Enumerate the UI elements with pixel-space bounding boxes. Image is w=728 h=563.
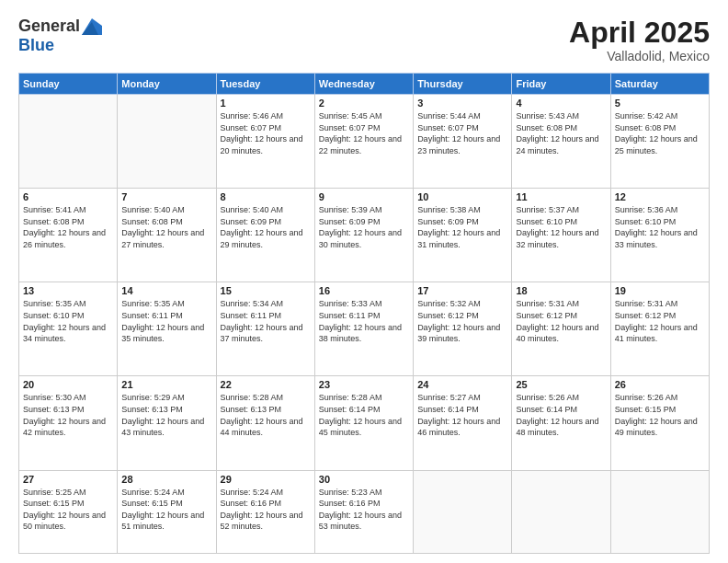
logo-icon [82, 18, 102, 35]
day-number: 22 [221, 379, 311, 390]
day-number: 11 [516, 191, 606, 202]
calendar-cell: 15Sunrise: 5:34 AM Sunset: 6:11 PM Dayli… [216, 282, 314, 376]
calendar-cell: 2Sunrise: 5:45 AM Sunset: 6:07 PM Daylig… [314, 95, 413, 189]
day-info: Sunrise: 5:36 AM Sunset: 6:10 PM Dayligh… [615, 204, 705, 250]
day-number: 8 [221, 191, 311, 202]
calendar-cell [610, 470, 709, 554]
calendar-cell: 19Sunrise: 5:31 AM Sunset: 6:12 PM Dayli… [610, 282, 709, 376]
calendar-cell: 24Sunrise: 5:27 AM Sunset: 6:14 PM Dayli… [414, 376, 512, 470]
calendar-cell: 28Sunrise: 5:24 AM Sunset: 6:15 PM Dayli… [118, 470, 216, 554]
calendar-cell: 22Sunrise: 5:28 AM Sunset: 6:13 PM Dayli… [216, 376, 314, 470]
logo-general-text: General [18, 17, 80, 36]
day-info: Sunrise: 5:26 AM Sunset: 6:15 PM Dayligh… [615, 392, 705, 438]
weekday-header-friday: Friday [512, 74, 610, 95]
day-info: Sunrise: 5:23 AM Sunset: 6:16 PM Dayligh… [319, 487, 409, 533]
day-number: 10 [417, 191, 507, 202]
day-number: 12 [615, 191, 705, 202]
day-info: Sunrise: 5:30 AM Sunset: 6:13 PM Dayligh… [23, 392, 113, 438]
calendar-cell: 11Sunrise: 5:37 AM Sunset: 6:10 PM Dayli… [512, 189, 610, 282]
day-info: Sunrise: 5:31 AM Sunset: 6:12 PM Dayligh… [615, 298, 705, 344]
weekday-header-thursday: Thursday [414, 74, 512, 95]
calendar-table: SundayMondayTuesdayWednesdayThursdayFrid… [18, 73, 710, 554]
calendar-cell: 8Sunrise: 5:40 AM Sunset: 6:09 PM Daylig… [216, 189, 314, 282]
header: General Blue April 2025 Valladolid, Mexi… [18, 17, 710, 63]
day-number: 30 [319, 474, 409, 485]
day-info: Sunrise: 5:33 AM Sunset: 6:11 PM Dayligh… [319, 298, 409, 344]
weekday-header-tuesday: Tuesday [216, 74, 314, 95]
calendar-cell: 25Sunrise: 5:26 AM Sunset: 6:14 PM Dayli… [512, 376, 610, 470]
day-number: 14 [121, 285, 211, 296]
calendar-cell: 27Sunrise: 5:25 AM Sunset: 6:15 PM Dayli… [19, 470, 118, 554]
calendar-cell [414, 470, 512, 554]
weekday-header-wednesday: Wednesday [314, 74, 413, 95]
day-info: Sunrise: 5:43 AM Sunset: 6:08 PM Dayligh… [516, 110, 606, 156]
day-info: Sunrise: 5:46 AM Sunset: 6:07 PM Dayligh… [221, 110, 311, 156]
day-info: Sunrise: 5:29 AM Sunset: 6:13 PM Dayligh… [121, 392, 211, 438]
day-number: 20 [23, 379, 113, 390]
calendar-cell: 13Sunrise: 5:35 AM Sunset: 6:10 PM Dayli… [19, 282, 118, 376]
day-number: 17 [417, 285, 507, 296]
day-number: 25 [516, 379, 606, 390]
logo-blue-text: Blue [18, 36, 54, 55]
day-info: Sunrise: 5:38 AM Sunset: 6:09 PM Dayligh… [417, 204, 507, 250]
day-info: Sunrise: 5:35 AM Sunset: 6:11 PM Dayligh… [121, 298, 211, 344]
calendar-cell: 26Sunrise: 5:26 AM Sunset: 6:15 PM Dayli… [610, 376, 709, 470]
day-number: 9 [319, 191, 409, 202]
calendar-cell: 9Sunrise: 5:39 AM Sunset: 6:09 PM Daylig… [314, 189, 413, 282]
calendar-cell: 1Sunrise: 5:46 AM Sunset: 6:07 PM Daylig… [216, 95, 314, 189]
calendar-cell: 18Sunrise: 5:31 AM Sunset: 6:12 PM Dayli… [512, 282, 610, 376]
day-info: Sunrise: 5:42 AM Sunset: 6:08 PM Dayligh… [615, 110, 705, 156]
day-info: Sunrise: 5:44 AM Sunset: 6:07 PM Dayligh… [417, 110, 507, 156]
day-info: Sunrise: 5:37 AM Sunset: 6:10 PM Dayligh… [516, 204, 606, 250]
day-number: 7 [121, 191, 211, 202]
day-number: 29 [221, 474, 311, 485]
calendar-cell: 14Sunrise: 5:35 AM Sunset: 6:11 PM Dayli… [118, 282, 216, 376]
week-row-2: 6Sunrise: 5:41 AM Sunset: 6:08 PM Daylig… [19, 189, 710, 282]
logo: General Blue [18, 17, 102, 55]
location: Valladolid, Mexico [569, 49, 710, 63]
day-info: Sunrise: 5:24 AM Sunset: 6:16 PM Dayligh… [221, 487, 311, 533]
day-info: Sunrise: 5:25 AM Sunset: 6:15 PM Dayligh… [23, 487, 113, 533]
day-number: 18 [516, 285, 606, 296]
day-info: Sunrise: 5:24 AM Sunset: 6:15 PM Dayligh… [121, 487, 211, 533]
calendar-cell: 23Sunrise: 5:28 AM Sunset: 6:14 PM Dayli… [314, 376, 413, 470]
calendar-cell: 20Sunrise: 5:30 AM Sunset: 6:13 PM Dayli… [19, 376, 118, 470]
day-info: Sunrise: 5:27 AM Sunset: 6:14 PM Dayligh… [417, 392, 507, 438]
week-row-4: 20Sunrise: 5:30 AM Sunset: 6:13 PM Dayli… [19, 376, 710, 470]
calendar-cell: 16Sunrise: 5:33 AM Sunset: 6:11 PM Dayli… [314, 282, 413, 376]
calendar-cell: 3Sunrise: 5:44 AM Sunset: 6:07 PM Daylig… [414, 95, 512, 189]
day-number: 27 [23, 474, 113, 485]
day-number: 21 [121, 379, 211, 390]
day-number: 26 [615, 379, 705, 390]
day-number: 15 [221, 285, 311, 296]
month-title: April 2025 [569, 17, 710, 49]
calendar-cell [19, 95, 118, 189]
day-number: 5 [615, 98, 705, 109]
calendar-cell: 21Sunrise: 5:29 AM Sunset: 6:13 PM Dayli… [118, 376, 216, 470]
day-info: Sunrise: 5:40 AM Sunset: 6:08 PM Dayligh… [121, 204, 211, 250]
day-number: 13 [23, 285, 113, 296]
day-info: Sunrise: 5:28 AM Sunset: 6:14 PM Dayligh… [319, 392, 409, 438]
day-info: Sunrise: 5:41 AM Sunset: 6:08 PM Dayligh… [23, 204, 113, 250]
calendar-cell: 29Sunrise: 5:24 AM Sunset: 6:16 PM Dayli… [216, 470, 314, 554]
week-row-3: 13Sunrise: 5:35 AM Sunset: 6:10 PM Dayli… [19, 282, 710, 376]
calendar-cell [118, 95, 216, 189]
day-info: Sunrise: 5:28 AM Sunset: 6:13 PM Dayligh… [221, 392, 311, 438]
day-number: 1 [221, 98, 311, 109]
day-info: Sunrise: 5:34 AM Sunset: 6:11 PM Dayligh… [221, 298, 311, 344]
day-number: 23 [319, 379, 409, 390]
day-number: 19 [615, 285, 705, 296]
day-number: 28 [121, 474, 211, 485]
day-info: Sunrise: 5:45 AM Sunset: 6:07 PM Dayligh… [319, 110, 409, 156]
day-info: Sunrise: 5:31 AM Sunset: 6:12 PM Dayligh… [516, 298, 606, 344]
calendar-cell: 30Sunrise: 5:23 AM Sunset: 6:16 PM Dayli… [314, 470, 413, 554]
day-info: Sunrise: 5:32 AM Sunset: 6:12 PM Dayligh… [417, 298, 507, 344]
calendar-cell: 5Sunrise: 5:42 AM Sunset: 6:08 PM Daylig… [610, 95, 709, 189]
weekday-header-monday: Monday [118, 74, 216, 95]
calendar-cell: 10Sunrise: 5:38 AM Sunset: 6:09 PM Dayli… [414, 189, 512, 282]
title-block: April 2025 Valladolid, Mexico [569, 17, 710, 63]
weekday-header-saturday: Saturday [610, 74, 709, 95]
day-info: Sunrise: 5:35 AM Sunset: 6:10 PM Dayligh… [23, 298, 113, 344]
weekday-header-row: SundayMondayTuesdayWednesdayThursdayFrid… [19, 74, 710, 95]
calendar-cell: 6Sunrise: 5:41 AM Sunset: 6:08 PM Daylig… [19, 189, 118, 282]
